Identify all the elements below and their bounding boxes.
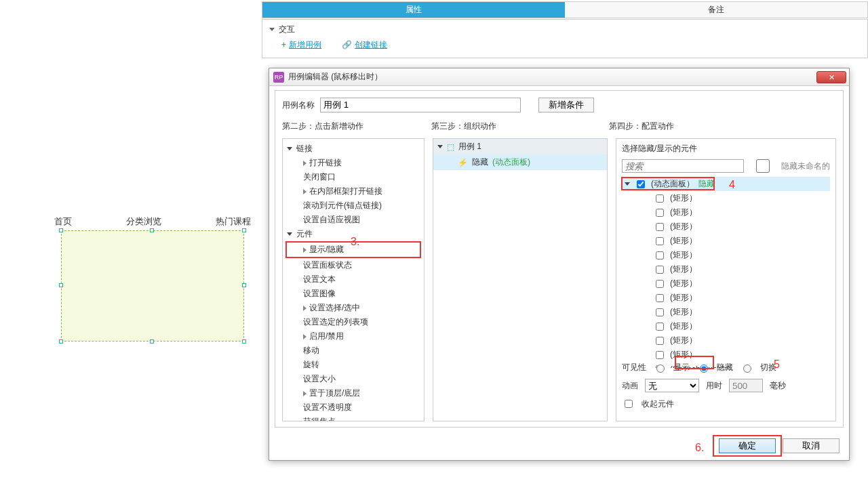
chevron-right-icon	[303, 247, 307, 253]
widget-row[interactable]: (矩形）	[622, 205, 830, 220]
widget-checkbox[interactable]	[656, 266, 664, 274]
add-condition-button[interactable]: 新增条件	[538, 98, 594, 112]
widget-name: (矩形）	[670, 335, 697, 346]
resize-handle[interactable]	[242, 283, 246, 287]
resize-handle[interactable]	[59, 283, 63, 287]
tree-item[interactable]: 设置面板状态	[284, 258, 422, 272]
add-case-link[interactable]: +新增用例	[281, 39, 321, 51]
case-name-input[interactable]	[320, 98, 521, 112]
widget-list: (动态面板） 隐藏 (矩形） (矩形） (矩形） (矩形） (矩形） (矩形） …	[622, 177, 830, 368]
tree-item[interactable]: 旋转	[284, 358, 422, 372]
widget-checkbox[interactable]	[656, 280, 664, 288]
chevron-right-icon	[303, 391, 307, 396]
case-row[interactable]: ⬚ 用例 1	[433, 139, 607, 154]
tree-item[interactable]: 设置文本	[284, 272, 422, 287]
widget-row[interactable]: (矩形）	[622, 262, 830, 276]
chevron-right-icon	[303, 306, 307, 311]
widget-checkbox[interactable]	[656, 337, 664, 345]
radio-hide[interactable]	[700, 365, 708, 373]
widget-checkbox[interactable]	[656, 294, 664, 302]
step3-label: 第三步：组织动作	[431, 121, 609, 132]
widget-checkbox[interactable]	[656, 223, 664, 231]
widget-checkbox[interactable]	[656, 237, 664, 245]
widget-checkbox[interactable]	[656, 251, 664, 260]
tree-item[interactable]: 关闭窗口	[284, 170, 422, 184]
resize-handle[interactable]	[150, 228, 154, 232]
tree-item[interactable]: 设置图像	[284, 287, 422, 301]
time-input[interactable]	[729, 379, 763, 392]
action-row[interactable]: ⚡ 隐藏 (动态面板)	[433, 154, 607, 170]
canvas-label: 首页	[54, 215, 72, 228]
widget-name: (矩形）	[670, 349, 697, 360]
case-editor-dialog: RP 用例编辑器 (鼠标移出时） ✕ 用例名称 新增条件 第二步：点击新增动作 …	[269, 68, 850, 461]
widget-row[interactable]: (矩形）	[622, 220, 830, 234]
tree-group-links: 链接 打开链接 关闭窗口 在内部框架打开链接 滚动到元件(锚点链接) 设置自适应…	[284, 142, 422, 227]
step4-label: 第四步：配置动作	[609, 121, 674, 132]
tree-item[interactable]: 置于顶层/底层	[284, 386, 422, 400]
close-button[interactable]: ✕	[816, 71, 846, 83]
widget-checkbox[interactable]	[656, 209, 664, 217]
ok-button[interactable]: 确定	[719, 438, 776, 453]
visibility-row: 可见性 显示 隐藏 切换	[622, 362, 830, 373]
tree-item[interactable]: 滚动到元件(锚点链接)	[284, 199, 422, 213]
widget-row[interactable]: (矩形）	[622, 291, 830, 305]
widget-name: (矩形）	[670, 221, 697, 232]
widget-checkbox[interactable]	[656, 194, 664, 203]
widget-row[interactable]: (矩形）	[622, 319, 830, 333]
tree-item[interactable]: 设置自适应视图	[284, 213, 422, 227]
radio-hide-label: 隐藏	[717, 362, 733, 373]
collapse-label: 收起元件	[642, 398, 674, 410]
widget-checkbox[interactable]	[656, 308, 664, 316]
tree-item[interactable]: 设置选定的列表项	[284, 315, 422, 329]
cancel-button[interactable]: 取消	[783, 438, 840, 453]
radio-show[interactable]	[656, 365, 665, 373]
collapse-checkbox[interactable]	[625, 400, 633, 408]
step2-label: 第二步：点击新增动作	[282, 121, 431, 132]
tree-item[interactable]: 设置选择/选中	[284, 301, 422, 315]
tree-item[interactable]: 获得焦点	[284, 415, 422, 421]
tree-item[interactable]: 打开链接	[284, 156, 422, 170]
canvas-label: 热门课程	[216, 215, 251, 228]
tree-item[interactable]: 在内部框架打开链接	[284, 184, 422, 199]
actions-tree-panel: 链接 打开链接 关闭窗口 在内部框架打开链接 滚动到元件(锚点链接) 设置自适应…	[282, 138, 425, 421]
widget-name: (矩形）	[670, 278, 697, 289]
resize-handle[interactable]	[59, 339, 63, 344]
create-link-link[interactable]: 🔗创建链接	[342, 39, 387, 51]
widget-checkbox[interactable]	[656, 323, 664, 331]
widget-name: (动态面板）	[651, 178, 694, 190]
widget-name: (矩形）	[670, 235, 697, 247]
resize-handle[interactable]	[150, 339, 154, 344]
time-label: 用时	[706, 380, 722, 392]
tree-group-header[interactable]: 链接	[284, 142, 422, 156]
widget-row[interactable]: (矩形）	[622, 276, 830, 291]
widget-state: 隐藏	[698, 178, 715, 190]
dialog-titlebar: RP 用例编辑器 (鼠标移出时） ✕	[269, 68, 849, 86]
widget-row-dynamic-panel[interactable]: (动态面板） 隐藏	[622, 177, 830, 191]
tree-item[interactable]: 设置大小	[284, 372, 422, 386]
selected-widget[interactable]	[61, 230, 244, 341]
animation-select[interactable]: 无	[645, 379, 699, 392]
widget-row[interactable]: (矩形）	[622, 305, 830, 319]
widget-row[interactable]: (矩形）	[622, 248, 830, 262]
case-icon: ⬚	[447, 142, 454, 152]
widget-row[interactable]: (矩形）	[622, 234, 830, 248]
configure-panel: 选择隐藏/显示的元件 隐藏未命名的 (动态面板） 隐藏 (矩形）	[616, 138, 836, 421]
widget-checkbox[interactable]	[637, 180, 645, 188]
widget-checkbox[interactable]	[656, 351, 664, 359]
tab-properties[interactable]: 属性	[262, 2, 565, 18]
widget-row[interactable]: (矩形）	[622, 348, 830, 362]
tree-item[interactable]: 设置不透明度	[284, 400, 422, 415]
hide-unnamed-checkbox[interactable]	[752, 159, 774, 173]
tree-item[interactable]: 启用/禁用	[284, 329, 422, 344]
tree-item[interactable]: 移动	[284, 344, 422, 358]
widget-row[interactable]: (矩形）	[622, 333, 830, 348]
radio-toggle[interactable]	[743, 365, 751, 373]
resize-handle[interactable]	[242, 339, 246, 344]
resize-handle[interactable]	[59, 228, 63, 232]
search-input[interactable]	[622, 159, 744, 173]
organize-panel: ⬚ 用例 1 ⚡ 隐藏 (动态面板)	[433, 138, 608, 421]
widget-row[interactable]: (矩形）	[622, 191, 830, 205]
resize-handle[interactable]	[242, 228, 246, 232]
animation-label: 动画	[622, 380, 638, 392]
tab-notes[interactable]: 备注	[565, 2, 867, 18]
